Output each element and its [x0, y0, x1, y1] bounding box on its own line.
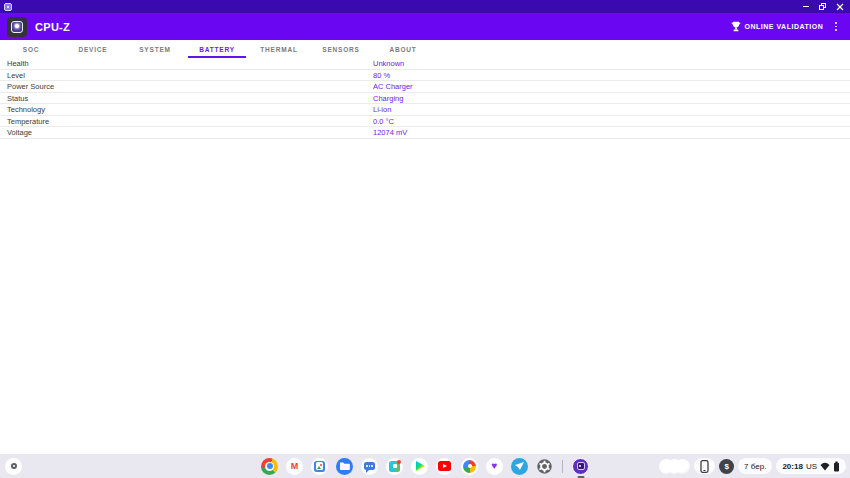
restore-window-icon[interactable] [819, 3, 826, 10]
youtube-icon[interactable] [436, 458, 453, 475]
heart-app-icon[interactable]: ♥ [486, 458, 503, 475]
gmail-icon[interactable]: M [286, 458, 303, 475]
tab-bar: SOC DEVICE SYSTEM BATTERY THERMAL SENSOR… [0, 40, 434, 58]
dock: M ♥ [261, 458, 589, 475]
table-row: Status Charging [0, 93, 850, 105]
chrome-icon[interactable] [261, 458, 278, 475]
row-label: Power Source [7, 82, 54, 91]
app-bar: CPU-Z ONLINE VALIDATION [0, 13, 850, 40]
dock-separator [562, 460, 563, 473]
gallery-icon[interactable] [311, 458, 328, 475]
taskbar: M ♥ [0, 454, 850, 478]
wifi-icon [820, 462, 830, 471]
tray-time: 20:18 [782, 462, 802, 471]
row-value: 12074 mV [373, 128, 407, 137]
active-app-indicator [577, 476, 584, 478]
tab-battery[interactable]: BATTERY [186, 40, 248, 58]
table-row: Temperature 0.0 °C [0, 116, 850, 128]
chat-icon[interactable] [361, 458, 378, 475]
table-row: Level 80 % [0, 70, 850, 82]
tab-soc[interactable]: SOC [0, 40, 62, 58]
dollar-glyph: $ [724, 462, 728, 471]
row-value: Unknown [373, 59, 404, 68]
online-validation-button[interactable]: ONLINE VALIDATION [731, 21, 824, 32]
telegram-icon[interactable] [511, 458, 528, 475]
notification-bubbles[interactable] [659, 459, 690, 474]
row-value: AC Charger [373, 82, 413, 91]
google-photos-icon[interactable] [461, 458, 478, 475]
dollar-tray-icon[interactable]: $ [719, 459, 734, 474]
app-title: CPU-Z [35, 21, 70, 33]
table-row: Health Unknown [0, 58, 850, 70]
row-label: Status [7, 93, 28, 102]
row-value: 0.0 °C [373, 116, 394, 125]
date-chip[interactable]: 7 бер. [738, 458, 772, 474]
row-label: Level [7, 70, 25, 79]
play-games-icon[interactable] [386, 458, 403, 475]
tab-about[interactable]: ABOUT [372, 40, 434, 58]
minimize-icon[interactable] [803, 6, 809, 8]
window-titlebar [0, 0, 850, 13]
battery-info-table: Health Unknown Level 80 % Power Source A… [0, 58, 850, 139]
launcher-ring-icon [11, 463, 17, 469]
tab-thermal[interactable]: THERMAL [248, 40, 310, 58]
cpuz-mini-app-icon [4, 3, 12, 11]
table-row: Voltage 12074 mV [0, 127, 850, 139]
cpuz-logo-icon [7, 17, 27, 37]
online-validation-label: ONLINE VALIDATION [745, 23, 824, 30]
system-tray: $ 7 бер. 20:18 US [659, 458, 846, 475]
overflow-menu-icon[interactable] [831, 20, 841, 32]
row-value: Li-ion [373, 105, 391, 114]
app-launcher-button[interactable] [5, 458, 22, 475]
status-chip[interactable]: 20:18 US [776, 458, 846, 474]
tab-sensors[interactable]: SENSORS [310, 40, 372, 58]
battery-icon [833, 461, 840, 472]
row-label: Health [7, 59, 29, 68]
device-tray-button[interactable] [694, 458, 715, 474]
row-label: Voltage [7, 128, 32, 137]
gmail-m-glyph: M [291, 462, 299, 471]
trophy-icon [731, 21, 741, 32]
row-value: Charging [373, 93, 403, 102]
tab-device[interactable]: DEVICE [62, 40, 124, 58]
close-icon[interactable] [836, 3, 844, 11]
row-label: Temperature [7, 116, 49, 125]
heart-glyph: ♥ [492, 461, 498, 471]
table-row: Technology Li-ion [0, 104, 850, 116]
play-store-icon[interactable] [411, 458, 428, 475]
row-value: 80 % [373, 70, 390, 79]
cpuz-taskbar-icon[interactable] [572, 458, 589, 475]
tray-date: 7 бер. [744, 462, 766, 471]
settings-icon[interactable] [536, 458, 553, 475]
tab-system[interactable]: SYSTEM [124, 40, 186, 58]
row-label: Technology [7, 105, 45, 114]
table-row: Power Source AC Charger [0, 81, 850, 93]
files-icon[interactable] [336, 458, 353, 475]
phone-icon [700, 460, 709, 473]
keyboard-layout: US [806, 462, 817, 471]
